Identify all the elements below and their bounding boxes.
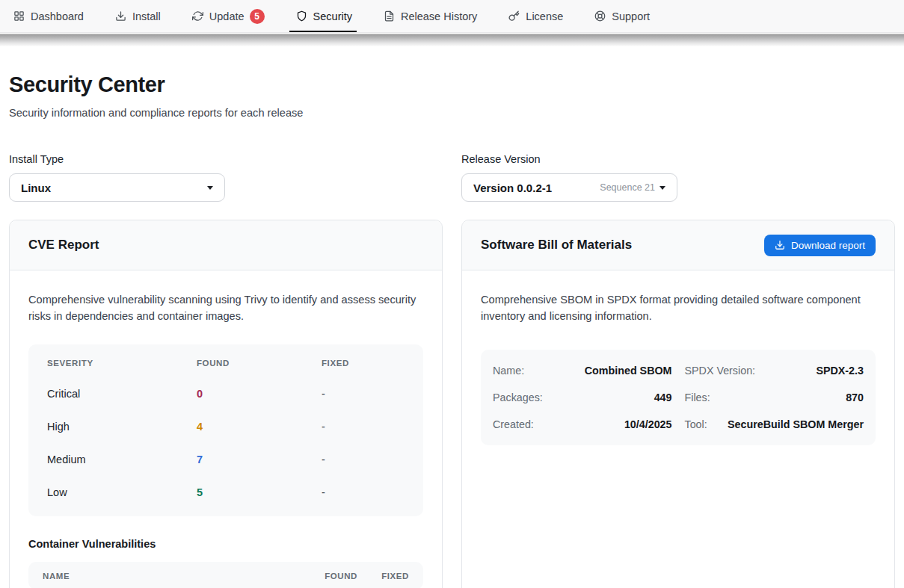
chevron-down-icon [659,186,665,190]
nav-tab-release-history[interactable]: Release History [384,0,477,32]
column-header-fixed: FIXED [322,359,405,368]
nav-label: Update [209,10,245,22]
nav-label: Support [612,10,650,22]
download-report-button[interactable]: Download report [764,235,876,256]
update-count-badge: 5 [250,9,265,24]
main-content: Security Center Security information and… [0,72,904,588]
install-type-label: Install Type [9,153,443,165]
cve-report-description: Comprehensive vulnerability scanning usi… [28,292,423,324]
sbom-spdx-version-value: SPDX-2.3 [816,365,864,377]
low-found-count: 5 [197,486,322,498]
release-sequence-text: Sequence 21 [600,182,655,193]
release-version-select[interactable]: Version 0.0.2-1 Sequence 21 [461,173,677,202]
dashboard-grid-icon [13,10,25,22]
key-icon [508,10,520,22]
page-subtitle: Security information and compliance repo… [9,107,895,119]
column-header-name: NAME [43,572,325,581]
release-version-label: Release Version [461,153,895,165]
lifebuoy-icon [594,10,606,22]
sbom-tool-value: SecureBuild SBOM Merger [728,418,864,430]
column-header-fixed: FIXED [381,572,409,581]
release-version-value: Version 0.0.2-1 [473,182,552,194]
sbom-files-value: 870 [846,392,864,403]
sbom-info-row: Name: Combined SBOM SPDX Version: SPDX-2… [493,357,864,384]
sbom-card: Software Bill of Materials Download repo… [461,220,895,588]
sbom-name-label: Name: [493,365,524,377]
chevron-down-icon [207,186,213,190]
nav-label: Dashboard [31,10,84,22]
critical-found-count: 0 [197,388,322,400]
nav-label: Security [313,10,352,22]
download-report-label: Download report [791,240,865,251]
severity-table-header: SEVERITY FOUND FIXED [28,349,423,377]
sbom-description: Comprehensive SBOM in SPDX format provid… [481,292,876,324]
severity-row-critical: Critical 0 - [28,377,423,410]
high-found-count: 4 [197,421,322,433]
sbom-tool-label: Tool: [685,418,707,430]
nav-label: Install [132,10,161,22]
severity-row-high: High 4 - [28,410,423,443]
cve-report-body: Comprehensive vulnerability scanning usi… [10,270,442,588]
nav-label: License [526,10,563,22]
download-icon [115,10,126,22]
container-table-header: NAME FOUND FIXED [28,562,423,588]
sbom-spdx-version-label: SPDX Version: [685,365,756,377]
severity-row-low: Low 5 - [28,476,423,509]
cve-report-card: CVE Report Comprehensive vulnerability s… [9,220,443,588]
sbom-info-row: Created: 10/4/2025 Tool: SecureBuild SBO… [493,411,864,438]
page-title: Security Center [9,72,895,97]
nav-tab-support[interactable]: Support [594,0,650,32]
nav-tab-install[interactable]: Install [115,0,161,32]
severity-table: SEVERITY FOUND FIXED Critical 0 - High 4… [28,344,423,516]
sbom-created-label: Created: [493,418,534,430]
severity-row-medium: Medium 7 - [28,443,423,476]
cve-report-header: CVE Report [10,220,442,270]
nav-tab-update[interactable]: Update 5 [192,0,265,32]
nav-label: Release History [401,10,477,22]
top-navigation: Dashboard Install Update 5 Security Rele… [0,0,904,33]
sbom-files-label: Files: [685,392,710,403]
sbom-packages-label: Packages: [493,392,543,403]
column-header-found: FOUND [325,572,381,581]
column-header-severity: SEVERITY [47,359,197,368]
sbom-info-row: Packages: 449 Files: 870 [493,384,864,411]
sbom-title: Software Bill of Materials [481,238,632,253]
medium-found-count: 7 [197,454,322,465]
sbom-packages-value: 449 [654,392,672,403]
cards-row: CVE Report Comprehensive vulnerability s… [9,220,895,588]
sbom-body: Comprehensive SBOM in SPDX format provid… [462,270,894,588]
sbom-name-value: Combined SBOM [585,365,672,377]
shield-icon [296,10,307,22]
cve-report-title: CVE Report [28,238,99,253]
install-type-select[interactable]: Linux [9,173,225,202]
nav-tab-dashboard[interactable]: Dashboard [13,0,84,32]
sbom-info-panel: Name: Combined SBOM SPDX Version: SPDX-2… [481,350,876,445]
sbom-created-value: 10/4/2025 [624,418,672,430]
filters-row: Install Type Linux Release Version Versi… [9,153,895,202]
container-vulnerabilities-title: Container Vulnerabilities [28,538,423,550]
document-icon [384,10,395,22]
column-header-found: FOUND [197,359,322,368]
install-type-value: Linux [21,182,51,194]
nav-tab-license[interactable]: License [508,0,563,32]
download-icon [775,240,785,250]
header-shadow-divider [0,33,904,46]
sbom-header: Software Bill of Materials Download repo… [462,220,894,270]
refresh-icon [192,10,203,22]
nav-tab-security[interactable]: Security [296,0,352,32]
